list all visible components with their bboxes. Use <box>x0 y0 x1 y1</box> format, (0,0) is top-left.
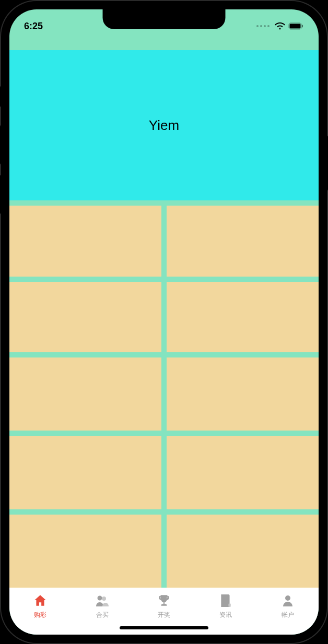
grid-cell[interactable] <box>9 282 161 353</box>
tab-results[interactable]: 开奖 <box>133 593 195 622</box>
grid-cell[interactable] <box>9 515 161 588</box>
grid-row <box>9 282 319 353</box>
svg-point-6 <box>285 595 290 601</box>
notch <box>103 9 226 29</box>
grid-cell[interactable] <box>9 357 161 431</box>
wifi-icon <box>275 22 285 30</box>
side-button-volume-up <box>0 125 1 164</box>
tab-label: 资讯 <box>219 611 232 619</box>
home-indicator[interactable] <box>120 626 208 629</box>
status-time: 6:25 <box>24 21 43 32</box>
grid-cell[interactable] <box>167 282 319 353</box>
grid-cell[interactable] <box>167 515 319 588</box>
svg-rect-1 <box>290 24 301 29</box>
person-icon <box>280 593 296 609</box>
grid-cell[interactable] <box>167 357 319 431</box>
tab-label: 合买 <box>96 611 109 619</box>
grid-row <box>9 206 319 277</box>
trophy-icon <box>156 593 172 609</box>
tab-label: 购彩 <box>34 611 46 619</box>
lottery-grid[interactable] <box>9 200 319 588</box>
home-icon <box>32 593 48 609</box>
grid-row <box>9 436 319 509</box>
svg-rect-5 <box>229 603 231 607</box>
grid-cell[interactable] <box>167 206 319 277</box>
header-spacer <box>9 35 319 50</box>
side-button-silent <box>0 86 1 107</box>
status-indicators <box>256 22 304 30</box>
document-icon <box>218 593 233 609</box>
svg-rect-2 <box>302 25 303 28</box>
tab-label: 开奖 <box>158 611 170 619</box>
grid-row <box>9 357 319 431</box>
side-button-volume-down <box>0 175 1 214</box>
svg-point-4 <box>102 597 106 601</box>
cellular-dots-icon <box>256 25 270 27</box>
tab-group[interactable]: 合买 <box>71 593 133 622</box>
grid-cell[interactable] <box>9 436 161 509</box>
grid-cell[interactable] <box>167 436 319 509</box>
grid-cell[interactable] <box>9 206 161 277</box>
screen: 6:25 Yiem <box>9 9 319 635</box>
hero-title: Yiem <box>149 117 179 134</box>
group-icon <box>95 593 110 609</box>
grid-row <box>9 515 319 588</box>
tab-account[interactable]: 帐户 <box>257 593 319 622</box>
phone-frame: 6:25 Yiem <box>0 0 328 644</box>
tab-label: 帐户 <box>282 611 294 619</box>
svg-point-3 <box>97 596 102 601</box>
battery-icon <box>288 22 304 30</box>
tab-lottery[interactable]: 购彩 <box>9 593 71 622</box>
hero-banner[interactable]: Yiem <box>9 50 319 200</box>
tab-news[interactable]: 资讯 <box>195 593 256 622</box>
